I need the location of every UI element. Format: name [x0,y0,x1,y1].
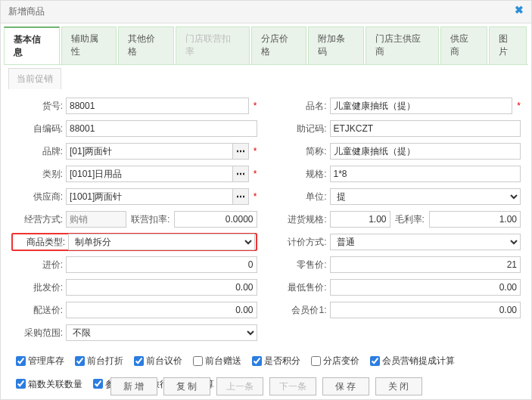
tab-store-rate: 门店联营扣率 [176,26,250,64]
input-guige[interactable] [330,166,521,182]
input-huohao[interactable] [66,98,249,114]
lbl-jiancheng: 简称: [275,145,330,158]
lbl-liankou: 联营扣率: [131,211,170,228]
tab-image[interactable]: 图片 [489,26,527,64]
select-jjfs[interactable]: 普通 [330,234,521,250]
lbl-danwei: 单位: [275,191,330,203]
lbl-jhgg: 进货规格: [275,213,330,226]
btn-next: 下一条 [269,377,316,395]
subtab-current-promo[interactable]: 当前促销 [8,68,61,89]
input-gys[interactable] [66,188,232,205]
lbl-caigoufw: 采购范围: [11,327,66,340]
input-liankou[interactable] [174,211,257,228]
input-pinming[interactable] [330,98,513,114]
checkbox-分店变价[interactable]: 分店变价 [311,352,359,369]
input-zdsj[interactable] [330,279,521,296]
lbl-pinming: 品名: [275,100,330,113]
lbl-gys: 供应商: [11,191,66,203]
close-icon[interactable]: ✖ [515,4,524,16]
checkbox-input[interactable] [16,356,26,366]
input-pifajia[interactable] [66,279,257,296]
input-zhujima[interactable] [330,120,521,137]
checkbox-是否积分[interactable]: 是否积分 [252,352,300,369]
input-jyfs [66,211,126,228]
checkbox-input[interactable] [193,356,203,366]
checkbox-input[interactable] [370,356,380,366]
lbl-jyfs: 经营方式: [11,213,66,226]
input-lsj[interactable] [330,256,521,273]
tab-supplier[interactable]: 供应商 [440,26,487,64]
window-title: 新增商品 [8,6,45,17]
checkbox-管理库存[interactable]: 管理库存 [16,352,64,369]
lbl-pifajia: 批发价: [11,281,66,294]
btn-prev: 上一条 [216,377,263,395]
lbl-peisongjia: 配送价: [11,304,66,317]
lbl-zibianma: 自编码: [11,122,66,135]
select-danwei[interactable]: 提 [330,188,521,205]
required-mark: * [254,191,257,202]
input-peisongjia[interactable] [66,302,257,318]
tab-basic-info[interactable]: 基本信息 [4,26,60,64]
input-hyj[interactable] [330,302,521,318]
lbl-lsj: 零售价: [275,259,330,271]
required-mark: * [254,146,257,157]
checkbox-input[interactable] [252,356,262,366]
input-zibianma[interactable] [66,120,257,137]
lbl-pinpai: 品牌: [11,145,66,158]
btn-save[interactable]: 保 存 [322,377,369,395]
checkbox-前台打折[interactable]: 前台打折 [75,352,123,369]
footer-buttons: 新 增 复 制 上一条 下一条 保 存 关 闭 [0,377,532,395]
btn-fuzhi[interactable]: 复 制 [163,377,210,395]
btn-xinzeng[interactable]: 新 增 [110,377,157,395]
checkbox-前台议价[interactable]: 前台议价 [134,352,182,369]
btn-close[interactable]: 关 闭 [375,377,422,395]
input-jinjia[interactable] [66,256,257,273]
lbl-maolilv: 毛利率: [395,211,425,228]
lbl-hyj: 会员价1: [275,304,330,317]
lbl-zdsj: 最低售价: [275,281,330,294]
select-splx[interactable]: 制单拆分 [68,234,255,250]
left-column: 货号:* 自编码: 品牌:⋯* 类别:⋯* 供应商:⋯* 经营方式:联营扣率: … [11,97,257,346]
checkbox-input[interactable] [75,356,85,366]
checkbox-input[interactable] [134,356,144,366]
tab-aux-attr[interactable]: 辅助属性 [61,26,117,64]
lbl-huohao: 货号: [11,100,66,113]
tab-branch-price[interactable]: 分店价格 [251,26,307,64]
tab-store-supplier[interactable]: 门店主供应商 [366,26,440,64]
lbl-guige: 规格: [275,168,330,181]
picker-pinpai-icon[interactable]: ⋯ [232,143,249,160]
required-mark: * [517,101,521,111]
picker-gys-icon[interactable]: ⋯ [232,188,249,205]
right-column: 品名:* 助记码: 简称: 规格: 单位:提 进货规格:毛利率: 计价方式:普通… [275,97,521,346]
lbl-splx: 商品类型: [14,236,68,249]
input-maolilv[interactable] [429,211,521,228]
input-jiancheng[interactable] [330,143,521,160]
titlebar: 新增商品 ✖ [1,1,531,23]
checkbox-input[interactable] [311,356,321,366]
checkbox-会员营销提成计算[interactable]: 会员营销提成计算 [370,352,455,369]
input-leibie[interactable] [66,166,232,182]
tab-extra-barcode[interactable]: 附加条码 [308,26,364,64]
check-row-1: 管理库存前台打折前台议价前台赠送是否积分分店变价会员营销提成计算 [1,349,531,376]
lbl-zhujima: 助记码: [275,122,330,135]
tab-other-price[interactable]: 其他价格 [118,26,174,64]
input-jhgg[interactable] [330,211,390,228]
lbl-jinjia: 进价: [11,259,66,271]
picker-leibie-icon[interactable]: ⋯ [232,166,249,182]
required-mark: * [254,169,257,179]
lbl-jjfs: 计价方式: [275,236,330,249]
input-pinpai[interactable] [66,143,232,160]
tabs: 基本信息 辅助属性 其他价格 门店联营扣率 分店价格 附加条码 门店主供应商 供… [4,26,528,65]
checkbox-前台赠送[interactable]: 前台赠送 [193,352,241,369]
subtabs: 当前促销 [8,68,528,89]
lbl-leibie: 类别: [11,168,66,181]
select-caigoufw[interactable]: 不限 [66,324,257,341]
required-mark: * [254,101,257,111]
